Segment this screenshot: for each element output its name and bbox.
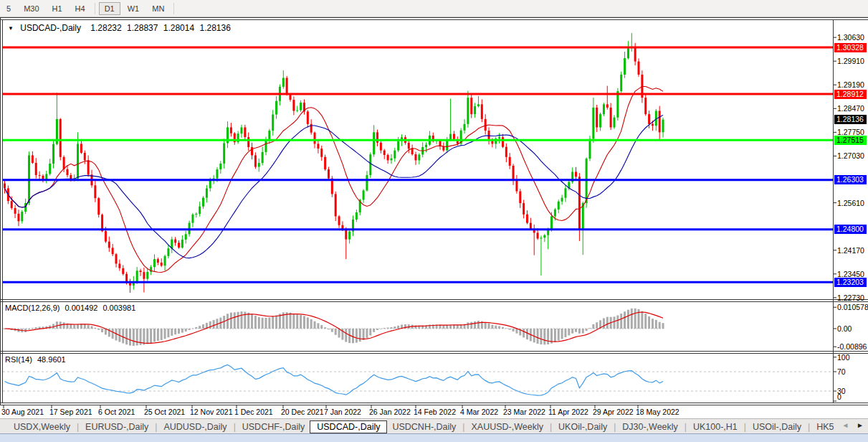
window-bottom-strip: [0, 433, 868, 442]
price-tick-label: 1.22730: [837, 293, 864, 302]
tab-separator: |: [743, 422, 748, 432]
tab-separator: |: [612, 422, 617, 432]
price-level-badge: 1.27515: [834, 136, 867, 145]
tab-separator: |: [232, 422, 237, 432]
chart-symbol-label: USDCAD-,Daily: [20, 23, 81, 33]
date-tick-label: 4 Mar 2022: [460, 408, 498, 416]
date-tick-label: 29 Apr 2022: [593, 408, 634, 416]
date-tick-label: 18 May 2022: [636, 408, 679, 416]
timeframe-button-m30[interactable]: M30: [18, 2, 44, 15]
toolbar-separator: [173, 3, 174, 14]
ohlc-low: 1.28014: [163, 23, 194, 33]
date-tick-label: 1 Dec 2021: [234, 408, 273, 416]
price-tick-label: 1.29190: [837, 80, 864, 89]
price-level-badge: 1.28136: [834, 115, 867, 124]
price-level-badge: 1.30328: [834, 43, 867, 52]
timeframe-button-h4[interactable]: H4: [70, 2, 91, 15]
ohlc-open: 1.28232: [90, 23, 121, 33]
date-tick-label: 12 Nov 2021: [190, 408, 233, 416]
price-axis: 1.306301.299101.291901.284701.277501.270…: [834, 0, 868, 418]
price-level-badge: 1.23203: [834, 278, 867, 287]
rsi-indicator-label: RSI(14) 48.9601: [5, 355, 69, 364]
rsi-tick-label: 0: [837, 392, 841, 401]
tab-scroll-arrows: ◄ ►: [836, 421, 864, 429]
macd-tick-label: -0.00896: [837, 342, 867, 351]
chart-collapse-icon[interactable]: ▼: [8, 25, 14, 32]
date-tick-label: 20 Dec 2021: [281, 408, 324, 416]
rsi-pane: [3, 365, 833, 396]
tab-separator: |: [806, 422, 811, 432]
date-tick-label: 25 Oct 2021: [144, 408, 185, 416]
price-tick-label: 1.28470: [837, 104, 864, 113]
macd-main-value: 0.001492: [65, 304, 97, 312]
main-price-pane: [3, 33, 833, 293]
price-tick-label: 1.27030: [837, 151, 864, 160]
price-tick-label: 1.29910: [837, 57, 864, 65]
price-tick-label: 1.25610: [837, 199, 864, 207]
tab-usdcad-daily[interactable]: USDCAD-,Daily: [310, 420, 387, 433]
date-tick-label: 14 Feb 2022: [414, 408, 456, 416]
tab-separator: |: [683, 422, 688, 432]
timeframe-button-mn[interactable]: MN: [146, 2, 170, 15]
tab-uk100-h1[interactable]: UK100-,H1: [688, 421, 743, 433]
trading-terminal-window: 5M30H1H4D1W1MN ▼ USDCAD-,Daily 1.28232 1…: [0, 0, 868, 442]
macd-indicator-label: MACD(12,26,9) 0.001492 0.003981: [5, 304, 138, 312]
macd-pane: [3, 309, 664, 346]
tab-xauusd-weekly[interactable]: XAUUSD-,Weekly: [466, 421, 548, 433]
timeframe-button-5[interactable]: 5: [1, 2, 16, 15]
price-tick-label: 1.24170: [837, 246, 864, 255]
chart-title: ▼ USDCAD-,Daily 1.28232 1.28837 1.28014 …: [8, 23, 234, 33]
tab-eurusd-daily[interactable]: EURUSD-,Daily: [80, 421, 153, 433]
tabs-scroll-left-icon[interactable]: ◄: [841, 421, 849, 429]
tab-usdx-weekly[interactable]: USDX,Weekly: [9, 421, 75, 433]
date-tick-label: 11 Apr 2022: [548, 408, 588, 416]
rsi-tick-label: 100: [837, 353, 850, 362]
price-tick-label: 1.30630: [837, 33, 864, 42]
rsi-tick-label: 70: [837, 367, 846, 376]
macd-signal-value: 0.003981: [102, 304, 135, 312]
chart-canvas: [0, 0, 868, 442]
tab-separator: |: [548, 422, 553, 432]
tab-separator: |: [153, 422, 158, 432]
window-borders: [0, 17, 868, 405]
tab-audusd-daily[interactable]: AUDUSD-,Daily: [158, 421, 232, 433]
tab-usdcnh-daily[interactable]: USDCNH-,Daily: [387, 421, 461, 433]
tab-separator: |: [75, 422, 80, 432]
date-tick-label: 30 Aug 2021: [1, 408, 44, 416]
tab-usdchf-daily[interactable]: USDCHF-,Daily: [237, 421, 310, 433]
tab-separator: |: [461, 422, 466, 432]
tab-hk5[interactable]: HK5: [811, 421, 839, 433]
price-level-badge: 1.26303: [834, 175, 867, 184]
symbol-tab-bar: USDX,Weekly|EURUSD-,Daily|AUDUSD-,Daily|…: [0, 418, 868, 434]
rsi-name: RSI(14): [5, 355, 32, 364]
price-level-badge: 1.24800: [834, 225, 867, 234]
tab-usoil-daily[interactable]: USOil-,Daily: [748, 421, 806, 433]
timeframe-button-d1[interactable]: D1: [99, 2, 120, 15]
tabs-scroll-right-icon[interactable]: ►: [857, 421, 864, 429]
date-tick-label: 26 Jan 2022: [369, 408, 411, 416]
toolbar-separator: [95, 3, 95, 14]
price-level-badge: 1.28912: [834, 90, 867, 99]
date-tick-label: 7 Jan 2022: [324, 408, 361, 416]
timeframe-button-h1[interactable]: H1: [47, 2, 68, 15]
symbol-tabs: USDX,Weekly|EURUSD-,Daily|AUDUSD-,Daily|…: [0, 419, 839, 434]
tab-dj30-weekly[interactable]: DJ30-,Weekly: [617, 421, 683, 433]
rsi-value: 48.9601: [37, 355, 66, 364]
timeframe-button-w1[interactable]: W1: [122, 2, 146, 15]
macd-tick-label: 0.010578: [837, 303, 868, 311]
tab-ukoil-daily[interactable]: UKOil-,Daily: [553, 421, 612, 433]
date-tick-label: 17 Sep 2021: [49, 408, 92, 416]
date-tick-label: 23 Mar 2022: [503, 408, 545, 416]
ohlc-high: 1.28837: [127, 23, 158, 33]
ohlc-close: 1.28136: [200, 23, 231, 33]
date-tick-label: 6 Oct 2021: [98, 408, 135, 416]
macd-name: MACD(12,26,9): [5, 304, 59, 312]
macd-tick-label: 0.00: [837, 324, 852, 333]
timeframe-toolbar: 5M30H1H4D1W1MN: [0, 0, 868, 17]
date-axis: 30 Aug 202117 Sep 20216 Oct 202125 Oct 2…: [0, 406, 868, 418]
